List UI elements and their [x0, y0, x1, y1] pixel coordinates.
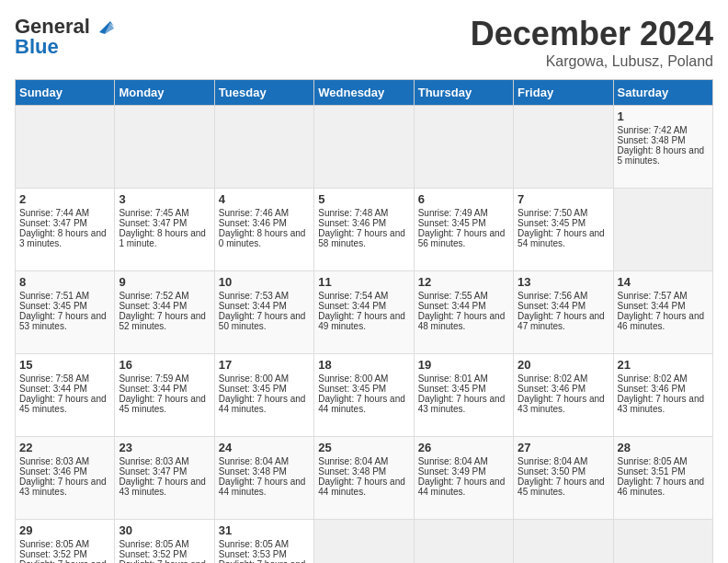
day-cell: 13Sunrise: 7:56 AMSunset: 3:44 PMDayligh…: [514, 271, 613, 354]
empty-cell: [314, 106, 414, 189]
empty-cell: [514, 106, 613, 189]
logo: General Blue: [15, 15, 116, 59]
day-cell: 11Sunrise: 7:54 AMSunset: 3:44 PMDayligh…: [314, 271, 414, 354]
day-cell: [314, 520, 414, 564]
day-cell: 27Sunrise: 8:04 AMSunset: 3:50 PMDayligh…: [514, 437, 613, 520]
col-header-sunday: Sunday: [16, 80, 115, 106]
calendar-row: 22Sunrise: 8:03 AMSunset: 3:46 PMDayligh…: [16, 437, 713, 520]
empty-cell: [214, 106, 313, 189]
day-cell: 28Sunrise: 8:05 AMSunset: 3:51 PMDayligh…: [613, 437, 712, 520]
empty-cell: [414, 106, 513, 189]
day-cell: [514, 520, 613, 564]
calendar-header: SundayMondayTuesdayWednesdayThursdayFrid…: [16, 80, 713, 106]
day-cell: 16Sunrise: 7:59 AMSunset: 3:44 PMDayligh…: [115, 354, 214, 437]
day-cell: 31Sunrise: 8:05 AMSunset: 3:53 PMDayligh…: [214, 520, 313, 564]
col-header-wednesday: Wednesday: [314, 80, 414, 106]
day-cell: 15Sunrise: 7:58 AMSunset: 3:44 PMDayligh…: [16, 354, 115, 437]
header-row: SundayMondayTuesdayWednesdayThursdayFrid…: [16, 80, 713, 106]
day-cell: 22Sunrise: 8:03 AMSunset: 3:46 PMDayligh…: [16, 437, 115, 520]
day-cell: [613, 520, 712, 564]
calendar-row: 1Sunrise: 7:42 AMSunset: 3:48 PMDaylight…: [16, 106, 713, 189]
day-cell: 10Sunrise: 7:53 AMSunset: 3:44 PMDayligh…: [214, 271, 313, 354]
calendar-table: SundayMondayTuesdayWednesdayThursdayFrid…: [15, 79, 713, 563]
day-cell: [613, 189, 712, 271]
col-header-saturday: Saturday: [613, 80, 712, 106]
location-title: Kargowa, Lubusz, Poland: [471, 53, 713, 70]
calendar-row: 15Sunrise: 7:58 AMSunset: 3:44 PMDayligh…: [16, 354, 713, 437]
day-cell: 5Sunrise: 7:48 AMSunset: 3:46 PMDaylight…: [314, 189, 414, 271]
month-title: December 2024: [471, 15, 713, 53]
day-cell: 18Sunrise: 8:00 AMSunset: 3:45 PMDayligh…: [314, 354, 414, 437]
empty-cell: [115, 106, 214, 189]
col-header-thursday: Thursday: [414, 80, 513, 106]
day-cell: 4Sunrise: 7:46 AMSunset: 3:46 PMDaylight…: [214, 189, 313, 271]
page-header: General Blue December 2024 Kargowa, Lubu…: [15, 15, 713, 70]
empty-cell: [16, 106, 115, 189]
calendar-body: 1Sunrise: 7:42 AMSunset: 3:48 PMDaylight…: [16, 106, 713, 564]
day-cell: 23Sunrise: 8:03 AMSunset: 3:47 PMDayligh…: [115, 437, 214, 520]
logo-icon: [92, 14, 116, 38]
day-cell: 1Sunrise: 7:42 AMSunset: 3:48 PMDaylight…: [613, 106, 712, 189]
day-cell: 24Sunrise: 8:04 AMSunset: 3:48 PMDayligh…: [214, 437, 313, 520]
day-cell: 8Sunrise: 7:51 AMSunset: 3:45 PMDaylight…: [16, 271, 115, 354]
calendar-row: 2Sunrise: 7:44 AMSunset: 3:47 PMDaylight…: [16, 189, 713, 271]
day-cell: [414, 520, 513, 564]
day-cell: 25Sunrise: 8:04 AMSunset: 3:48 PMDayligh…: [314, 437, 414, 520]
day-cell: 6Sunrise: 7:49 AMSunset: 3:45 PMDaylight…: [414, 189, 513, 271]
day-cell: 30Sunrise: 8:05 AMSunset: 3:52 PMDayligh…: [115, 520, 214, 564]
day-cell: 7Sunrise: 7:50 AMSunset: 3:45 PMDaylight…: [514, 189, 613, 271]
calendar-row: 29Sunrise: 8:05 AMSunset: 3:52 PMDayligh…: [16, 520, 713, 564]
calendar-row: 8Sunrise: 7:51 AMSunset: 3:45 PMDaylight…: [16, 271, 713, 354]
col-header-friday: Friday: [514, 80, 613, 106]
day-cell: 20Sunrise: 8:02 AMSunset: 3:46 PMDayligh…: [514, 354, 613, 437]
col-header-tuesday: Tuesday: [214, 80, 313, 106]
title-block: December 2024 Kargowa, Lubusz, Poland: [471, 15, 713, 70]
day-cell: 2Sunrise: 7:44 AMSunset: 3:47 PMDaylight…: [16, 189, 115, 271]
day-cell: 14Sunrise: 7:57 AMSunset: 3:44 PMDayligh…: [613, 271, 712, 354]
day-cell: 17Sunrise: 8:00 AMSunset: 3:45 PMDayligh…: [214, 354, 313, 437]
day-cell: 12Sunrise: 7:55 AMSunset: 3:44 PMDayligh…: [414, 271, 513, 354]
day-cell: 9Sunrise: 7:52 AMSunset: 3:44 PMDaylight…: [115, 271, 214, 354]
day-cell: 19Sunrise: 8:01 AMSunset: 3:45 PMDayligh…: [414, 354, 513, 437]
day-cell: 3Sunrise: 7:45 AMSunset: 3:47 PMDaylight…: [115, 189, 214, 271]
day-cell: 26Sunrise: 8:04 AMSunset: 3:49 PMDayligh…: [414, 437, 513, 520]
col-header-monday: Monday: [115, 80, 214, 106]
day-cell: 21Sunrise: 8:02 AMSunset: 3:46 PMDayligh…: [613, 354, 712, 437]
day-cell: 29Sunrise: 8:05 AMSunset: 3:52 PMDayligh…: [16, 520, 115, 564]
